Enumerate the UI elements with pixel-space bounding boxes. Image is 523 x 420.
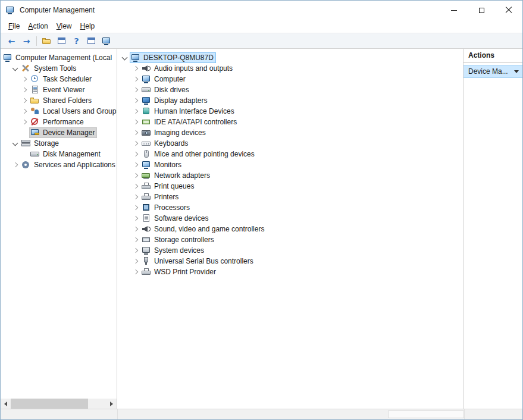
tree-item-storage[interactable]: Storage [1,138,117,149]
tree-item-keyboards[interactable]: Keyboards [117,138,463,149]
tree-item-content[interactable]: Device Manager [29,127,97,138]
actions-device-manager-item[interactable]: Device Ma... [464,65,522,78]
tree-item-system-devices[interactable]: System devices [117,245,463,256]
tree-item-network-adapters[interactable]: Network adapters [117,170,463,181]
tree-item-audio-inputs-and-outputs[interactable]: Audio inputs and outputs [117,63,463,74]
tree-item-content[interactable]: IDE ATA/ATAPI controllers [140,117,239,127]
tree-item-display-adapters[interactable]: Display adapters [117,95,463,106]
tree-item-content[interactable]: System Tools [20,63,79,74]
tree-item-ide-ata-atapi-controllers[interactable]: IDE ATA/ATAPI controllers [117,117,463,127]
tree-item-content[interactable]: Human Interface Devices [140,106,237,117]
chevron-collapsed-icon[interactable] [131,63,140,74]
tree-item-content[interactable]: Mice and other pointing devices [140,149,257,159]
chevron-collapsed-icon[interactable] [131,181,140,192]
tree-item-event-viewer[interactable]: Event Viewer [1,84,117,95]
tree-item-content[interactable]: Disk Management [29,149,103,159]
chevron-collapsed-icon[interactable] [20,84,29,95]
chevron-collapsed-icon[interactable] [131,245,140,256]
tree-item-mice-and-other-pointing-devices[interactable]: Mice and other pointing devices [117,149,463,159]
chevron-collapsed-icon[interactable] [131,117,140,127]
menu-view[interactable]: View [52,20,76,32]
tree-item-content[interactable]: Services and Applications [20,159,117,170]
tree-item-content[interactable]: Display adapters [140,95,209,106]
chevron-collapsed-icon[interactable] [131,138,140,149]
chevron-expanded-icon[interactable] [11,63,20,74]
tree-item-content[interactable]: Printers [140,192,181,202]
tree-item-print-queues[interactable]: Print queues [117,181,463,192]
icon-legend-button[interactable] [84,34,99,48]
tree-item-printers[interactable]: Printers [117,192,463,202]
tree-item-wsd-print-provider[interactable]: WSD Print Provider [117,267,463,277]
tree-item-content[interactable]: DESKTOP-Q8MU87D [130,52,216,63]
tree-item-content[interactable]: WSD Print Provider [140,267,218,277]
tree-item-content[interactable]: Computer Management (Local [2,52,114,63]
tree-item-content[interactable]: Keyboards [140,138,190,149]
chevron-collapsed-icon[interactable] [131,213,140,224]
tree-item-monitors[interactable]: Monitors [117,159,463,170]
chevron-expanded-icon[interactable] [120,52,130,63]
forward-button[interactable]: → [19,34,34,48]
tree-item-disk-management[interactable]: Disk Management [1,149,117,159]
tree-item-content[interactable]: Network adapters [140,170,212,181]
chevron-collapsed-icon[interactable] [11,159,20,170]
menu-action[interactable]: Action [24,20,52,32]
maximize-button[interactable] [468,1,495,20]
close-button[interactable] [495,1,522,20]
export-list-button[interactable] [39,34,54,48]
back-button[interactable]: ← [4,34,19,48]
tree-item-content[interactable]: Computer [140,74,188,84]
tree-item-content[interactable]: Performance [29,117,86,127]
scroll-left-button[interactable] [1,399,11,409]
scroll-right-button[interactable] [107,399,117,409]
tree-item-content[interactable]: Software devices [140,213,211,224]
tree-item-content[interactable]: Print queues [140,181,196,192]
tree-item-human-interface-devices[interactable]: Human Interface Devices [117,106,463,117]
tree-item-content[interactable]: Audio inputs and outputs [140,63,235,74]
show-console-tree-button[interactable] [54,34,69,48]
tree-item-content[interactable]: Disk drives [140,84,192,95]
tree-item-content[interactable]: Task Scheduler [29,74,94,84]
remote-screen-button[interactable] [99,34,114,48]
tree-item-content[interactable]: Event Viewer [29,84,87,95]
chevron-collapsed-icon[interactable] [131,224,140,234]
chevron-expanded-icon[interactable] [11,138,20,149]
chevron-collapsed-icon[interactable] [131,84,140,95]
chevron-collapsed-icon[interactable] [131,127,140,138]
menu-file[interactable]: File [4,20,24,32]
tree-item-services-and-applications[interactable]: Services and Applications [1,159,117,170]
minimize-button[interactable] [440,1,468,20]
chevron-collapsed-icon[interactable] [131,95,140,106]
help-button[interactable]: ? [69,34,84,48]
tree-item-task-scheduler[interactable]: Task Scheduler [1,74,117,84]
chevron-collapsed-icon[interactable] [20,74,29,84]
scrollbar-thumb[interactable] [11,399,88,409]
chevron-collapsed-icon[interactable] [131,170,140,181]
tree-item-shared-folders[interactable]: Shared Folders [1,95,117,106]
chevron-collapsed-icon[interactable] [131,234,140,245]
tree-item-software-devices[interactable]: Software devices [117,213,463,224]
tree-item-content[interactable]: Processors [140,202,192,213]
tree-item-content[interactable]: Monitors [140,159,184,170]
tree-item-content[interactable]: Universal Serial Bus controllers [140,256,256,267]
tree-item-computer[interactable]: Computer [117,74,463,84]
chevron-collapsed-icon[interactable] [20,117,29,127]
chevron-collapsed-icon[interactable] [131,256,140,267]
chevron-collapsed-icon[interactable] [131,202,140,213]
chevron-collapsed-icon[interactable] [131,267,140,277]
tree-item-desktop-q8mu87d[interactable]: DESKTOP-Q8MU87D [117,52,463,63]
tree-item-disk-drives[interactable]: Disk drives [117,84,463,95]
tree-item-sound-video-and-game-controllers[interactable]: Sound, video and game controllers [117,224,463,234]
chevron-collapsed-icon[interactable] [131,149,140,159]
tree-item-imaging-devices[interactable]: Imaging devices [117,127,463,138]
tree-item-content[interactable]: Imaging devices [140,127,208,138]
tree-item-content[interactable]: Storage [20,138,61,149]
menu-help[interactable]: Help [76,20,99,32]
chevron-collapsed-icon[interactable] [131,159,140,170]
tree-item-processors[interactable]: Processors [117,202,463,213]
tree-item-storage-controllers[interactable]: Storage controllers [117,234,463,245]
tree-item-content[interactable]: Storage controllers [140,234,217,245]
chevron-collapsed-icon[interactable] [20,95,29,106]
tree-item-content[interactable]: Local Users and Groups [29,106,117,117]
horizontal-scrollbar[interactable] [1,399,117,409]
tree-item-device-manager[interactable]: Device Manager [1,127,117,138]
